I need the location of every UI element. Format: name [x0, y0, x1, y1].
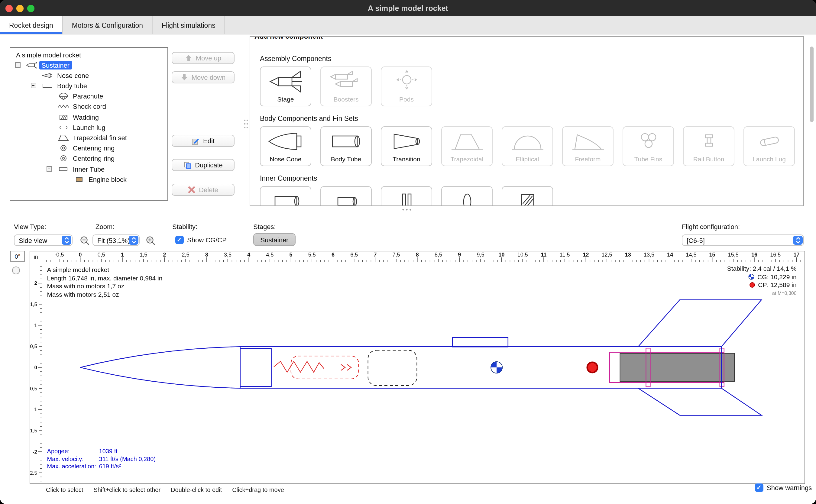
component-card-inner-components-5[interactable]: [502, 186, 553, 206]
zoom-in-button[interactable]: [144, 234, 157, 247]
svg-text:0: 0: [34, 365, 37, 370]
component-card-nose-cone[interactable]: Nose Cone: [260, 126, 311, 166]
tree-item-trapezoidal-fin-set[interactable]: Trapezoidal fin set: [10, 133, 167, 143]
component-card-stage[interactable]: Stage: [260, 66, 311, 106]
cg-symbol: [491, 362, 502, 373]
component-card-tube-fins[interactable]: Tube Fins: [623, 126, 674, 166]
component-tree[interactable]: A simple model rocketSustainerNose coneB…: [9, 47, 168, 200]
panel-drag-handle[interactable]: [244, 118, 248, 129]
svg-text:2: 2: [163, 252, 166, 258]
component-card-launch-lug[interactable]: Launch Lug: [743, 126, 795, 166]
tree-item-label[interactable]: Body tube: [55, 82, 89, 90]
window-title: A simple model rocket: [0, 4, 816, 13]
component-card-body-tube[interactable]: Body Tube: [320, 126, 372, 166]
tree-expander-icon[interactable]: [15, 62, 20, 68]
tree-item-label[interactable]: Inner Tube: [70, 165, 107, 173]
component-card-transition[interactable]: Transition: [381, 126, 432, 166]
duplicate-button[interactable]: Duplicate: [172, 159, 235, 171]
show-cgcp-checkbox[interactable]: ✓ Show CG/CP: [175, 236, 227, 244]
vertical-scrollbar[interactable]: [810, 47, 813, 122]
checkmark-icon: ✓: [755, 483, 763, 492]
body-tube-icon: [327, 129, 366, 156]
component-card-trapezoidal[interactable]: Trapezoidal: [441, 126, 493, 166]
view-type-select[interactable]: Side view: [14, 234, 73, 246]
svg-text:-0,5: -0,5: [54, 252, 64, 258]
wadding-icon: [57, 113, 69, 121]
tree-root-label[interactable]: A simple model rocket: [16, 50, 81, 59]
svg-text:1,5: 1,5: [140, 252, 147, 258]
panel-resize-handle[interactable]: [401, 208, 412, 211]
tree-item-parachute[interactable]: Parachute: [10, 91, 167, 102]
svg-text:11,5: 11,5: [559, 252, 570, 258]
tree-item-label[interactable]: Launch lug: [70, 123, 108, 131]
tree-item-label[interactable]: Centering ring: [70, 154, 117, 163]
move-up-button[interactable]: Move up: [172, 52, 235, 64]
svg-text:0: 0: [79, 252, 82, 258]
edit-button[interactable]: Edit: [172, 135, 235, 147]
tab-motors-configuration[interactable]: Motors & Configuration: [63, 16, 153, 34]
tree-item-engine-block[interactable]: Engine block: [10, 174, 167, 185]
nose-cone-icon: [41, 71, 53, 79]
parachute-marker: [341, 364, 351, 370]
component-card-rail-button[interactable]: Rail Button: [683, 126, 734, 166]
component-card-inner-components-3[interactable]: [381, 186, 432, 206]
component-card-boosters[interactable]: Boosters: [320, 66, 372, 106]
chevron-updown-icon: [62, 236, 71, 245]
freeform-icon: [569, 129, 607, 156]
add-component-panel: Add new component Assembly ComponentsSta…: [250, 36, 804, 206]
parachute-icon: [57, 92, 69, 100]
rocket-canvas[interactable]: A simple model rocket Length 16,748 in, …: [42, 262, 806, 485]
tree-expander-icon[interactable]: [46, 166, 52, 172]
tree-item-label[interactable]: Nose cone: [55, 71, 91, 79]
zoom-out-button[interactable]: [79, 234, 91, 247]
component-card-elliptical[interactable]: Elliptical: [502, 126, 553, 166]
nose-cone-icon: [267, 129, 305, 156]
flight-configuration-select[interactable]: [C6-5]: [682, 234, 804, 246]
tree-item-label[interactable]: Parachute: [70, 92, 105, 100]
svg-text:-0,5: -0,5: [30, 386, 37, 392]
tab-rocket-design[interactable]: Rocket design: [0, 16, 63, 34]
move-down-button[interactable]: Move down: [172, 71, 235, 83]
svg-text:2: 2: [34, 280, 37, 286]
rocket-info-readout: A simple model rocket Length 16,748 in, …: [47, 266, 163, 299]
svg-text:-1,5: -1,5: [30, 428, 37, 434]
fin-bottom-shape: [638, 388, 761, 415]
component-card-inner-components-4[interactable]: [441, 186, 493, 206]
svg-text:-2: -2: [33, 449, 37, 455]
component-card-inner-components-2[interactable]: [320, 186, 372, 206]
tree-item-label[interactable]: Sustainer: [39, 61, 72, 69]
stage-toggle-sustainer[interactable]: Sustainer: [253, 233, 296, 246]
component-card-inner-components-1[interactable]: [260, 186, 311, 206]
show-warnings-checkbox[interactable]: ✓ Show warnings: [755, 483, 812, 492]
rotation-knob[interactable]: [12, 267, 20, 274]
tree-item-label[interactable]: Wadding: [70, 113, 101, 121]
tree-item-label[interactable]: Engine block: [86, 175, 129, 183]
tree-item-wadding[interactable]: Wadding: [10, 112, 167, 122]
tree-item-nose-cone[interactable]: Nose cone: [10, 70, 167, 81]
cg-legend-icon: [748, 274, 754, 280]
zoom-select[interactable]: Fit (53,1%): [92, 234, 140, 246]
stage-icon: [267, 69, 305, 96]
tree-item-sustainer[interactable]: Sustainer: [10, 60, 167, 70]
component-card-pods[interactable]: Pods: [381, 66, 432, 106]
tree-item-centering-ring[interactable]: Centering ring: [10, 143, 167, 153]
tree-item-label[interactable]: Centering ring: [70, 144, 117, 152]
tree-expander-icon[interactable]: [31, 83, 36, 89]
tree-item-label[interactable]: Shock cord: [70, 102, 108, 111]
tree-item-body-tube[interactable]: Body tube: [10, 81, 167, 91]
tree-item-inner-tube[interactable]: Inner Tube: [10, 164, 167, 174]
centering-ring-icon: [387, 189, 426, 206]
stage-icon: [26, 61, 38, 69]
centering-ring-icon: [57, 144, 69, 152]
svg-text:16: 16: [751, 252, 757, 258]
delete-button[interactable]: Delete: [172, 184, 235, 196]
tree-item-launch-lug[interactable]: Launch lug: [10, 122, 167, 133]
tree-item-centering-ring[interactable]: Centering ring: [10, 154, 167, 164]
tree-item-shock-cord[interactable]: Shock cord: [10, 102, 167, 112]
cp-symbol: [587, 362, 597, 373]
trapezoidal-icon: [448, 129, 487, 156]
tab-flight-simulations[interactable]: Flight simulations: [153, 16, 225, 34]
wadding-shape: [368, 350, 417, 386]
tree-item-label[interactable]: Trapezoidal fin set: [70, 134, 129, 142]
component-card-freeform[interactable]: Freeform: [562, 126, 614, 166]
